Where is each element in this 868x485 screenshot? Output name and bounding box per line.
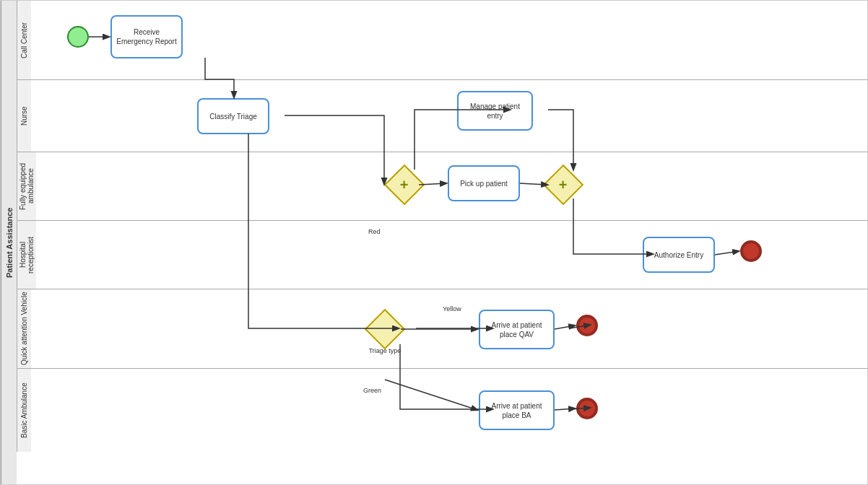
svg-line-3 — [715, 251, 739, 255]
bpmn-diagram: Patient Assistance Call Center Receive E… — [0, 0, 868, 485]
end-event-qav — [576, 315, 598, 336]
lanes-container: Call Center Receive Emergency Report — [17, 1, 867, 484]
start-event — [67, 26, 89, 48]
label-green: Green — [363, 387, 381, 394]
lane-content-basic: Green Arrive at patient place BA — [31, 369, 867, 452]
lane-arrows-nurse — [31, 80, 867, 152]
lane-call-center: Call Center Receive Emergency Report — [17, 1, 867, 80]
lane-quick: Quick attention Vehicle Triage type Yell… — [17, 289, 867, 369]
lane-arrows-basic — [31, 369, 867, 452]
svg-line-5 — [555, 325, 575, 329]
task-receive-emergency[interactable]: Receive Emergency Report — [110, 15, 183, 58]
label-yellow: Yellow — [443, 305, 461, 313]
lane-label-nurse: Nurse — [17, 80, 31, 152]
lane-content-quick: Triage type Yellow Arrive at patient pla… — [31, 289, 867, 368]
task-authorize-entry[interactable]: Authorize Entry — [643, 237, 715, 273]
task-manage-patient[interactable]: Manage patient entry — [457, 91, 533, 131]
lane-label-receptionist: Hospital receptionist — [17, 221, 36, 289]
task-pick-up-patient[interactable]: Pick up patient — [448, 165, 520, 201]
gateway-parallel-2: + — [543, 165, 584, 206]
lane-content-call-center: Receive Emergency Report — [31, 1, 867, 79]
lane-label-call-center: Call Center — [17, 1, 31, 79]
pool-label: Patient Assistance — [1, 1, 17, 484]
label-red: Red — [368, 228, 381, 235]
task-arrive-ba[interactable]: Arrive at patient place BA — [479, 390, 555, 430]
lane-ambulance: Fully equipped ambulance + Pick up patie… — [17, 152, 867, 221]
lane-label-quick: Quick attention Vehicle — [17, 289, 31, 368]
svg-line-7 — [385, 380, 477, 410]
label-triage-type: Triage type — [363, 347, 407, 354]
lane-content-ambulance: + Pick up patient + — [36, 152, 867, 220]
lane-arrows-quick — [31, 289, 867, 368]
gateway-triage-type — [365, 309, 406, 350]
lane-basic: Basic Ambulance Green Arrive at patient … — [17, 369, 867, 452]
task-arrive-qav[interactable]: Arrive at patient place QAV — [479, 310, 555, 349]
end-event-receptionist — [740, 240, 762, 262]
lane-receptionist: Hospital receptionist Red Authorize Entr… — [17, 221, 867, 289]
task-classify-triage[interactable]: Classify Triage — [197, 98, 269, 134]
lane-label-ambulance: Fully equipped ambulance — [17, 152, 36, 220]
end-event-ba — [576, 398, 598, 419]
gateway-parallel-1: + — [384, 165, 425, 206]
lane-nurse: Nurse Classify Triage Manage patient ent… — [17, 80, 867, 152]
svg-line-6 — [555, 408, 575, 410]
lane-content-receptionist: Red Authorize Entry — [36, 221, 867, 289]
lane-content-nurse: Classify Triage Manage patient entry — [31, 80, 867, 152]
lane-label-basic: Basic Ambulance — [17, 369, 31, 452]
